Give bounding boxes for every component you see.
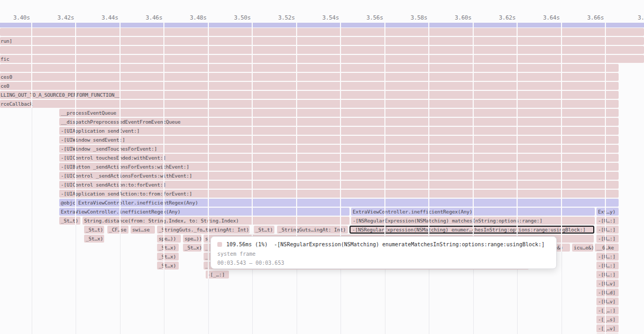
flame-bar[interactable]: fic [0,55,644,63]
flame-bar[interactable]: -[UIButton _sendActionsForEvents:withEve… [59,163,619,171]
tick-cut-line [252,23,253,243]
flame-bar[interactable]: __6…ke [595,244,619,252]
tooltip-time-range: 00:03.543 — 00:03.653 [217,259,550,266]
flame-bar[interactable]: -[_…s] [596,316,619,323]
flame-bar[interactable]: -[U…:] [596,271,619,279]
ruler-tick-label: 3.60s [455,14,472,21]
flame-bar[interactable]: spe…)) [183,235,201,243]
flame-bar[interactable]: run] [0,37,644,45]
ruler-tick-label: 3.56s [366,14,383,21]
flame-bar[interactable]: rceCallback [0,100,619,108]
flame-bar[interactable]: __dispatchPreprocessedEventFromEventQueu… [59,118,619,126]
flame-bar[interactable]: swi…se [131,226,155,234]
tooltip-detail: system frame [217,251,550,257]
ruler-tick-label: 3.62s [499,14,516,21]
flame-bar[interactable]: _StringGuts…ingAt: Int) [277,226,348,234]
flame-bar[interactable]: _St…t) [59,217,80,225]
hover-tooltip: 109.56ms (1%) -[NSRegularExpression(NSMa… [210,236,557,269]
flame-bar[interactable]: -[_…v] [596,324,619,332]
tick-cut-line [31,23,32,108]
ruler-tick-label: 3.40s [13,14,30,21]
tick-cut-line [163,23,164,270]
tick-cut-line [384,23,385,243]
flame-bar[interactable]: _St…x) [84,235,104,243]
flame-bar[interactable]: icu…e&) [572,244,593,252]
ruler-tick-label: 3.48s [190,14,207,21]
tick-cut-line [340,23,341,243]
flame-bar[interactable]: -[U…d] [596,289,619,296]
flame-bar[interactable]: __processEventQueue [59,109,619,117]
tick-cut-line [561,23,562,252]
flame-bar[interactable]: _St…x) [157,262,179,270]
ruler-tick-label: 3. [638,14,644,21]
flame-bar[interactable]: -[U…:] [596,262,619,270]
flame-bar[interactable]: ces0 [0,73,619,81]
ruler-tick-label: 3.50s [234,14,251,21]
ruler-tick-label: 3.66s [587,14,604,21]
flame-chart[interactable]: 3.40s3.42s3.44s3.46s3.48s3.50s3.52s3.54s… [0,0,644,334]
tick-cut-line [473,23,474,243]
flame-bar[interactable]: -[U…:] [596,217,619,225]
flame-bar[interactable]: spe…)) [157,235,181,243]
ruler-tick-label: 3.64s [543,14,560,21]
flame-bar[interactable]: -[U…:] [596,235,619,243]
flame-bar[interactable]: String.distance(from: String.Index, to: … [82,217,349,225]
flame-bar[interactable]: -[UIApplication sendEvent:] [59,127,619,135]
flame-bar[interactable]: _St…x) [157,244,179,252]
tick-cut-line [208,23,209,279]
flame-bar[interactable]: _StringGuts._fo…tartingAt: Int) [157,226,250,234]
flame-bar[interactable]: Ext…y) [596,208,619,216]
tick-cut-line [605,23,606,334]
tick-cut-line [296,23,297,243]
ruler-tick-label: 3.44s [102,14,118,21]
flame-bar[interactable]: -[UIControl sendAction:to:forEvent:] [59,181,619,189]
flame-bar[interactable]: -[U…v] [596,298,619,305]
flame-bar[interactable]: ExtraViewController.inefficientRegex(Any… [59,208,349,216]
tick-cut-line [517,23,518,243]
flame-bar[interactable]: LLING_OUT_TO_A_SOURCE0_PERFORM_FUNCTION_… [0,91,619,99]
ruler-tick-label: 3.58s [410,14,427,21]
thread-track-strip[interactable] [0,23,644,27]
flame-bar[interactable]: -[U…:] [596,226,619,234]
flame-bar[interactable]: -[UIWindow sendEvent:] [59,136,619,144]
flame-bar[interactable] [0,28,644,36]
tick-cut-line [75,23,76,225]
tick-cut-line [428,23,429,243]
frame-color-swatch [217,242,222,247]
flame-bar[interactable]: -[U…:] [596,253,619,261]
flame-bar[interactable]: -[UIControl touchesEnded:withEvent:] [59,154,619,162]
flame-bar[interactable]: -[UIControl _sendActionsForEvents:withEv… [59,172,619,180]
flame-bar[interactable]: _CF…se [107,226,128,234]
ruler-tick-label: 3.52s [278,14,295,21]
flame-bar[interactable]: -[UIApplication sendAction:to:from:forEv… [59,190,619,198]
tooltip-summary-row: 109.56ms (1%) -[NSRegularExpression(NSMa… [217,240,550,248]
flame-bar[interactable]: _St…t) [254,226,274,234]
flame-bar[interactable] [0,64,619,72]
ruler-tick-label: 3.42s [57,14,74,21]
flame-bar[interactable] [0,46,644,54]
flame-bar[interactable]: -[UIWindow _sendTouchesForEvent:] [59,145,619,153]
tooltip-summary: 109.56ms (1%) -[NSRegularExpression(NSMa… [226,242,545,247]
flame-bar[interactable]: ce0 [0,82,619,90]
flame-bar[interactable]: _St…t) [84,226,104,234]
flame-bar[interactable]: -[_…:] [596,307,619,314]
flame-bar[interactable]: _St…x) [157,253,179,261]
ruler-tick-label: 3.54s [322,14,339,21]
flame-bar[interactable]: -[_…:] [206,271,229,279]
tick-cut-line [119,23,121,234]
flame-bar[interactable]: _St…x) [183,244,201,252]
selected-frame-bar[interactable]: -[NSRegularExpression(NSMatching) enumer… [349,226,594,234]
ruler-tick-label: 3.46s [145,14,162,21]
flame-bar[interactable]: -[U…v] [596,280,619,287]
flame-bar[interactable]: @objc ExtraViewController.inefficientReg… [59,199,619,207]
